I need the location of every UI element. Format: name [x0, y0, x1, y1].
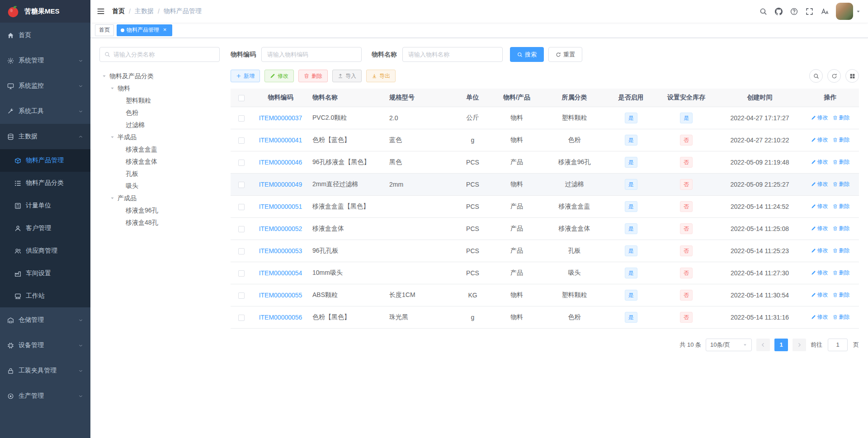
- sidebar-item-equipment-management[interactable]: 设备管理: [0, 333, 90, 358]
- safety-stock-tag[interactable]: 否: [680, 179, 693, 190]
- row-delete-button[interactable]: 删除: [833, 203, 850, 210]
- material-name-input[interactable]: [402, 47, 503, 62]
- row-checkbox[interactable]: [238, 160, 245, 166]
- tree-expand-icon[interactable]: [109, 86, 115, 91]
- row-edit-button[interactable]: 修改: [811, 136, 828, 144]
- row-checkbox[interactable]: [238, 137, 245, 144]
- select-all-checkbox[interactable]: [238, 95, 245, 101]
- tab-home[interactable]: 首页: [95, 24, 114, 36]
- font-size-button[interactable]: [817, 0, 832, 23]
- row-edit-button[interactable]: 修改: [811, 180, 828, 188]
- import-button[interactable]: 导入: [332, 70, 362, 82]
- sidebar-item-supplier-management[interactable]: 供应商管理: [0, 240, 90, 262]
- sidebar-item-workstation[interactable]: 工作站: [0, 285, 90, 307]
- tree-node[interactable]: 塑料颗粒: [99, 94, 220, 107]
- tree-node[interactable]: 移液盒48孔: [99, 217, 220, 229]
- enabled-tag[interactable]: 是: [625, 245, 637, 256]
- help-button[interactable]: [786, 0, 802, 23]
- row-delete-button[interactable]: 删除: [833, 291, 850, 299]
- row-checkbox[interactable]: [238, 315, 245, 321]
- page-number-button[interactable]: 1: [774, 339, 788, 351]
- safety-stock-tag[interactable]: 否: [680, 223, 693, 234]
- edit-button[interactable]: 修改: [264, 70, 294, 82]
- row-checkbox[interactable]: [238, 204, 245, 210]
- tree-expand-icon[interactable]: [109, 135, 115, 140]
- material-code-link[interactable]: ITEM00000055: [259, 292, 302, 299]
- material-code-input[interactable]: [261, 47, 362, 62]
- sidebar-item-warehouse-management[interactable]: 仓储管理: [0, 307, 90, 333]
- safety-stock-tag[interactable]: 否: [680, 201, 693, 212]
- row-edit-button[interactable]: 修改: [811, 203, 828, 210]
- safety-stock-tag[interactable]: 否: [680, 245, 693, 256]
- sidebar-item-measure-unit[interactable]: 计量单位: [0, 194, 90, 217]
- prev-page-button[interactable]: [756, 339, 770, 351]
- enabled-tag[interactable]: 是: [625, 135, 637, 146]
- category-search-input[interactable]: [113, 51, 215, 58]
- row-edit-button[interactable]: 修改: [811, 291, 828, 299]
- material-code-link[interactable]: ITEM00000051: [259, 203, 302, 210]
- safety-stock-tag[interactable]: 否: [680, 135, 693, 146]
- page-size-select[interactable]: 10条/页: [706, 339, 752, 351]
- safety-stock-tag[interactable]: 否: [680, 312, 693, 323]
- row-edit-button[interactable]: 修改: [811, 269, 828, 277]
- row-delete-button[interactable]: 删除: [833, 247, 850, 254]
- next-page-button[interactable]: [793, 339, 806, 351]
- tree-node[interactable]: 移液盒盒体: [99, 155, 220, 168]
- sidebar-item-material-product-category[interactable]: 物料产品分类: [0, 172, 90, 194]
- tree-node[interactable]: 过滤棉: [99, 119, 220, 131]
- sidebar-item-master-data[interactable]: 主数据: [0, 124, 90, 149]
- material-code-link[interactable]: ITEM00000052: [259, 225, 302, 232]
- fullscreen-button[interactable]: [802, 0, 817, 23]
- sidebar-item-home[interactable]: 首页: [0, 23, 90, 48]
- sidebar-item-customer-management[interactable]: 客户管理: [0, 217, 90, 240]
- breadcrumb-item[interactable]: 主数据: [135, 7, 154, 15]
- sidebar-item-fixture-management[interactable]: 工装夹具管理: [0, 358, 90, 383]
- enabled-tag[interactable]: 是: [625, 268, 637, 278]
- row-checkbox[interactable]: [238, 182, 245, 188]
- tree-node[interactable]: 物料: [99, 82, 220, 94]
- tree-node[interactable]: 产成品: [99, 192, 220, 204]
- material-code-link[interactable]: ITEM00000037: [259, 114, 302, 122]
- row-edit-button[interactable]: 修改: [811, 225, 828, 232]
- row-edit-button[interactable]: 修改: [811, 313, 828, 321]
- row-delete-button[interactable]: 删除: [833, 225, 850, 232]
- column-settings-button[interactable]: [845, 69, 859, 83]
- safety-stock-tag[interactable]: 是: [680, 113, 693, 123]
- tab-material-product-management[interactable]: 物料产品管理×: [117, 24, 172, 36]
- row-checkbox[interactable]: [238, 292, 245, 299]
- reset-button[interactable]: 重置: [548, 47, 582, 62]
- row-edit-button[interactable]: 修改: [811, 114, 828, 122]
- user-menu[interactable]: [836, 3, 861, 20]
- row-edit-button[interactable]: 修改: [811, 158, 828, 166]
- row-delete-button[interactable]: 删除: [833, 136, 850, 144]
- sidebar-item-system-tools[interactable]: 系统工具: [0, 99, 90, 124]
- goto-page-input[interactable]: [828, 339, 848, 351]
- enabled-tag[interactable]: 是: [625, 179, 637, 190]
- safety-stock-tag[interactable]: 否: [680, 157, 693, 168]
- material-code-link[interactable]: ITEM00000054: [259, 269, 302, 277]
- sidebar-item-system-monitor[interactable]: 系统监控: [0, 73, 90, 99]
- row-delete-button[interactable]: 删除: [833, 180, 850, 188]
- row-delete-button[interactable]: 删除: [833, 114, 850, 122]
- sidebar-item-production-management[interactable]: 生产管理: [0, 383, 90, 409]
- delete-button[interactable]: 删除: [298, 70, 328, 82]
- safety-stock-tag[interactable]: 否: [680, 268, 693, 278]
- sidebar-item-workshop-settings[interactable]: 车间设置: [0, 262, 90, 285]
- tree-node[interactable]: 物料及产品分类: [99, 70, 220, 82]
- tab-close-icon[interactable]: ×: [161, 27, 168, 33]
- row-checkbox[interactable]: [238, 226, 245, 232]
- tree-node[interactable]: 移液盒盒盖: [99, 143, 220, 155]
- tree-expand-icon[interactable]: [101, 74, 107, 79]
- header-search-button[interactable]: [755, 0, 771, 23]
- tree-expand-icon[interactable]: [109, 196, 115, 201]
- material-code-link[interactable]: ITEM00000046: [259, 159, 302, 166]
- row-checkbox[interactable]: [238, 270, 245, 277]
- material-code-link[interactable]: ITEM00000056: [259, 314, 302, 321]
- enabled-tag[interactable]: 是: [625, 201, 637, 212]
- enabled-tag[interactable]: 是: [625, 312, 637, 323]
- enabled-tag[interactable]: 是: [625, 290, 637, 301]
- safety-stock-tag[interactable]: 否: [680, 290, 693, 301]
- export-button[interactable]: 导出: [366, 70, 396, 82]
- enabled-tag[interactable]: 是: [625, 157, 637, 168]
- github-button[interactable]: [771, 0, 786, 23]
